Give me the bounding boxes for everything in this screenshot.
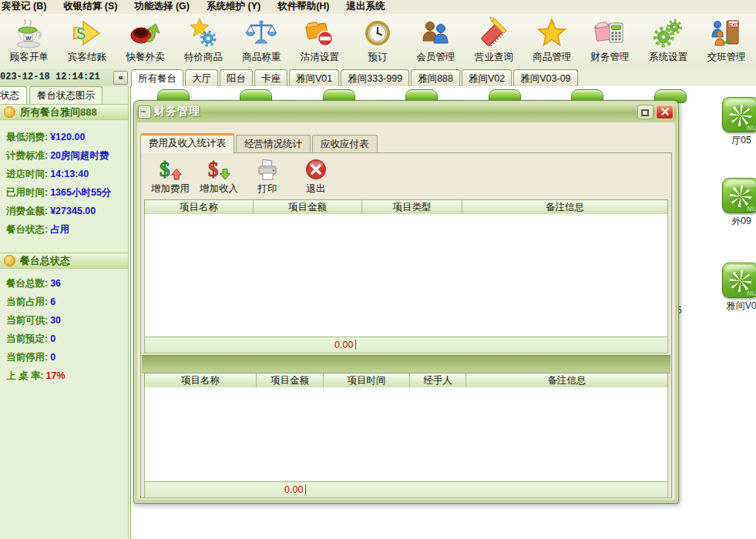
toolbar-label: 特价商品 — [184, 51, 223, 64]
column-header[interactable]: 项目时间 — [324, 373, 410, 388]
column-header[interactable]: 项目名称 — [145, 373, 257, 388]
menu-item-exit[interactable]: 退出系统 — [338, 0, 394, 15]
column-header[interactable]: 经手人 — [410, 373, 466, 388]
toolbar-weighing[interactable]: 商品称重 — [233, 14, 291, 69]
income-table-total-row: 0.00 — [144, 481, 668, 498]
column-header[interactable]: 项目名称 — [145, 200, 254, 215]
star-icon — [535, 16, 569, 50]
dollar-arrow-icon: $ — [70, 16, 104, 50]
svg-text:W: W — [25, 35, 32, 42]
dialog-titlebar[interactable]: 财务管理 — [136, 102, 677, 121]
expense-table-total-row: 0.00 — [144, 336, 668, 353]
info-row-checkin-time: 进店时间: 14:13:40 — [0, 165, 128, 183]
column-header[interactable]: 项目类型 — [362, 200, 462, 215]
row-value: 20房间超时费 — [50, 149, 109, 162]
table-info-title: 所有餐台雅间888 — [20, 105, 97, 119]
tab-room-v02[interactable]: 雅间V02 — [462, 69, 512, 88]
collapse-sidebar-button[interactable]: « — [113, 71, 128, 85]
toolbar-label: 财务管理 — [591, 51, 630, 64]
column-header[interactable]: 备注信息 — [466, 373, 667, 388]
menu-item-help[interactable]: 软件帮助(H) — [269, 0, 338, 15]
toolbar-label: 宾客结账 — [68, 51, 106, 64]
datetime-text: 023-12-18 12:14:21 — [0, 72, 100, 82]
row-value: 6 — [50, 296, 55, 307]
minimize-button[interactable] — [637, 105, 654, 119]
toolbar-special-items[interactable]: 特价商品 — [174, 14, 232, 69]
table-label-hall05: 厅05 — [714, 134, 756, 147]
row-value: 0 — [50, 333, 55, 344]
dialog-tab-expense-income[interactable]: 费用及收入统计表 — [140, 133, 234, 153]
toolbar-system-settings[interactable]: 系统设置 — [639, 14, 697, 69]
watermark: NU — [747, 290, 756, 297]
add-expense-icon: $ — [158, 157, 183, 182]
tab-booth[interactable]: 卡座 — [254, 69, 287, 88]
text-caret — [355, 340, 356, 350]
print-button[interactable]: 打印 — [246, 157, 289, 196]
column-header[interactable]: 项目金额 — [257, 373, 324, 388]
dialog-tab-business-stats[interactable]: 经营情况统计 — [236, 135, 311, 152]
summary-row-disabled: 当前停用: 0 — [0, 348, 128, 367]
menu-item-cashier[interactable]: 收银结算 (S) — [55, 0, 126, 15]
tab-room-v01[interactable]: 雅间V01 — [289, 69, 339, 88]
expense-table-body — [144, 214, 668, 336]
column-header[interactable]: 项目金额 — [254, 200, 362, 215]
toolbar-takeout[interactable]: 快餐外卖 — [116, 14, 174, 69]
scale-icon — [244, 16, 278, 50]
close-button[interactable] — [656, 105, 674, 119]
add-income-button[interactable]: $ 增加收入 — [197, 157, 240, 196]
toolbar-product-management[interactable]: 商品管理 — [523, 14, 581, 69]
toolbar-reservation[interactable]: 预订 — [348, 14, 406, 69]
tab-hall[interactable]: 大厅 — [185, 69, 218, 88]
menu-item-functions[interactable]: 功能选择 (G) — [126, 0, 198, 15]
star-gear-icon — [186, 16, 220, 50]
row-label: 上 桌 率: — [6, 370, 44, 383]
room-tabs: 所有餐台 大厅 阳台 卡座 雅间V01 雅间333-999 雅间888 雅间V0… — [131, 69, 580, 88]
clock-icon — [361, 16, 395, 50]
info-row-billing-standard: 计费标准: 20房间超时费 — [0, 146, 128, 165]
exit-circle-icon — [304, 157, 328, 182]
table-icon-hall05[interactable]: NU — [722, 97, 756, 132]
tab-balcony[interactable]: 阳台 — [220, 69, 253, 88]
tool-label: 增加收入 — [200, 182, 238, 196]
toolbar-label: 商品管理 — [533, 51, 571, 64]
text-caret — [305, 484, 306, 494]
expense-table-header: 项目名称 项目金额 项目类型 备注信息 — [144, 199, 668, 216]
toolbar-business-query[interactable]: 营业查询 — [465, 14, 522, 69]
tab-room-333-999[interactable]: 雅间333-999 — [341, 69, 409, 88]
tab-room-888[interactable]: 雅间888 — [411, 69, 460, 88]
toolbar-finance-management[interactable]: 财务管理 — [581, 14, 639, 69]
toolbar-members[interactable]: 会员管理 — [407, 14, 465, 69]
toolbar-shift-management[interactable]: EXIT 交班管理 — [697, 14, 755, 69]
toolbar-soldout-settings[interactable]: 沽清设置 — [291, 14, 348, 69]
column-header[interactable]: 备注信息 — [462, 200, 667, 215]
tool-label: 增加费用 — [151, 182, 190, 196]
table-label-room-v: 雅间V0 — [714, 300, 756, 313]
dialog-tab-receivable-payable[interactable]: 应收应付表 — [312, 135, 378, 152]
info-row-elapsed-time: 已用时间: 1365小时55分 — [0, 183, 128, 202]
table-info-header: 所有餐台雅间888 — [0, 104, 128, 120]
row-value: 占用 — [50, 223, 69, 236]
row-label: 当前可供: — [6, 314, 48, 327]
svg-text:$: $ — [208, 158, 219, 181]
summary-row-reserved: 当前预定: 0 — [0, 330, 128, 348]
tab-room-v03-09[interactable]: 雅间V03-09 — [513, 69, 577, 88]
toolbar-label: 商品称重 — [242, 51, 281, 64]
exit-button[interactable]: 退出 — [294, 157, 338, 196]
svg-text:$: $ — [76, 24, 86, 43]
watermark: NU — [747, 124, 756, 132]
shutter-swirl-icon — [730, 105, 751, 126]
table-icon-out09[interactable]: NU — [722, 178, 756, 213]
summary-row-occupied: 当前占用: 6 — [0, 293, 128, 311]
menu-bar: 宾登记 (B) 收银结算 (S) 功能选择 (G) 系统维护 (Y) 软件帮助(… — [0, 0, 756, 15]
table-icon-room-v[interactable]: NU — [722, 263, 756, 298]
toolbar-open-order[interactable]: W 顾客开单 — [0, 14, 58, 69]
menu-item-maintenance[interactable]: 系统维护 (Y) — [198, 0, 269, 15]
toolbar-checkout[interactable]: $ 宾客结账 — [58, 14, 116, 69]
tab-all-tables[interactable]: 所有餐台 — [131, 69, 183, 88]
row-value: 30 — [50, 315, 61, 326]
sidebar-tabs: 状态 餐台状态图示 — [0, 86, 128, 104]
row-label: 餐台状态: — [6, 223, 48, 236]
add-expense-button[interactable]: $ 增加费用 — [149, 157, 192, 196]
dialog-system-icon — [139, 106, 150, 118]
menu-item-guest-register[interactable]: 宾登记 (B) — [0, 0, 55, 15]
